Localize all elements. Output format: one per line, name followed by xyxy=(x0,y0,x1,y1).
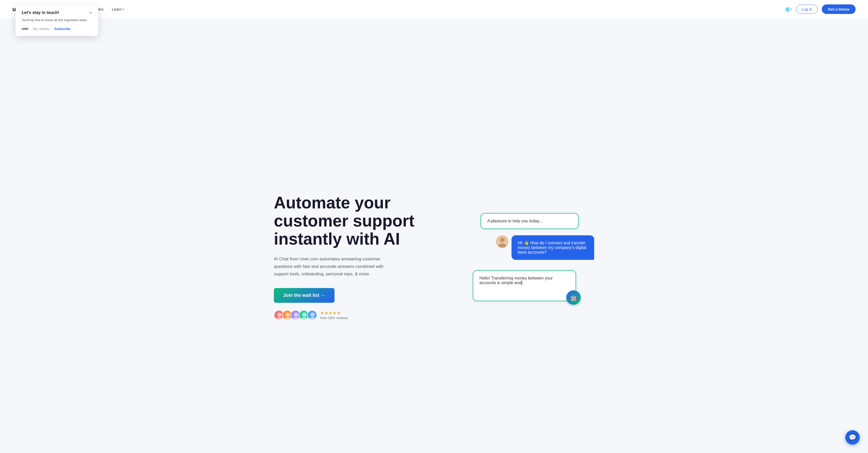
language-selector[interactable]: 🌐 ▾ xyxy=(785,7,792,11)
svg-point-0 xyxy=(277,313,282,317)
nav-right: 🌐 ▾ Log in Get a Demo xyxy=(785,4,856,14)
hero-title: Automate your customer support instantly… xyxy=(274,194,418,248)
star-icon: ★ xyxy=(324,311,328,315)
bot-avatar: 🤖 xyxy=(566,290,581,305)
text-cursor xyxy=(522,281,522,285)
popup-title: Let's stay in touch! xyxy=(22,10,59,15)
user-message-bubble: Hi! 👋 How do I connect and transfer mone… xyxy=(512,235,594,260)
chat-icon: 💬 xyxy=(848,434,857,441)
svg-point-1 xyxy=(276,317,283,320)
user-avatar xyxy=(496,235,508,248)
chevron-down-icon: ▾ xyxy=(791,8,792,10)
hero-description: AI Chat from User.com automates answerin… xyxy=(274,255,398,278)
star-icon: ★ xyxy=(337,311,340,315)
login-button[interactable]: Log in xyxy=(796,5,817,14)
svg-point-3 xyxy=(284,317,291,320)
hero-left: Automate your customer support instantly… xyxy=(274,194,418,321)
star-icon: ★ xyxy=(333,311,336,315)
chevron-down-icon: ▾ xyxy=(123,8,124,10)
hero-right: A pleasure to help you today... Hi! 👋 Ho… xyxy=(465,213,594,301)
popup-no-thanks[interactable]: No, thanks. xyxy=(33,27,50,31)
reviews-info: ★ ★ ★ ★ ★ from 200+ reviews xyxy=(320,311,348,320)
star-icon: ★ xyxy=(329,311,332,315)
svg-point-9 xyxy=(309,317,316,320)
hero-section: Automate your customer support instantly… xyxy=(253,37,615,453)
svg-point-2 xyxy=(286,313,290,317)
popup-description: You'll be first to know all the importan… xyxy=(22,18,92,23)
popup-close-button[interactable]: × xyxy=(89,10,92,15)
join-waitlist-button[interactable]: Join the wait list → xyxy=(274,288,335,303)
popup-logo: user. xyxy=(22,27,29,30)
ai-greeting-bubble: A pleasure to help you today... xyxy=(480,213,579,229)
star-icon: ★ xyxy=(320,311,324,315)
star-rating: ★ ★ ★ ★ ★ xyxy=(320,311,348,315)
popup-footer: user. No, thanks. Subscribe xyxy=(22,27,92,31)
reviewer-avatars xyxy=(274,310,317,320)
ai-reply-bubble: Hello! Transferring money between your a… xyxy=(473,270,576,301)
reviews-section: ★ ★ ★ ★ ★ from 200+ reviews xyxy=(274,310,418,320)
reviews-count: from 200+ reviews xyxy=(320,316,348,320)
newsletter-popup: Let's stay in touch! × You'll be first t… xyxy=(16,5,98,36)
svg-point-8 xyxy=(311,313,315,317)
svg-point-11 xyxy=(500,237,504,242)
avatar xyxy=(307,310,317,320)
navbar: user. Solutions ▾ Customers Partners Lea… xyxy=(0,0,868,19)
svg-point-4 xyxy=(294,313,298,317)
svg-point-6 xyxy=(302,313,306,317)
svg-point-5 xyxy=(292,317,300,320)
nav-learn[interactable]: Learn ▾ xyxy=(112,7,124,11)
svg-point-7 xyxy=(301,317,308,320)
globe-icon: 🌐 xyxy=(785,7,790,11)
popup-header: Let's stay in touch! × xyxy=(22,10,92,15)
popup-subscribe-button[interactable]: Subscribe xyxy=(54,27,70,31)
chat-demo: A pleasure to help you today... Hi! 👋 Ho… xyxy=(465,213,594,301)
get-demo-button[interactable]: Get a Demo xyxy=(822,4,856,14)
chat-support-button[interactable]: 💬 xyxy=(845,430,860,445)
